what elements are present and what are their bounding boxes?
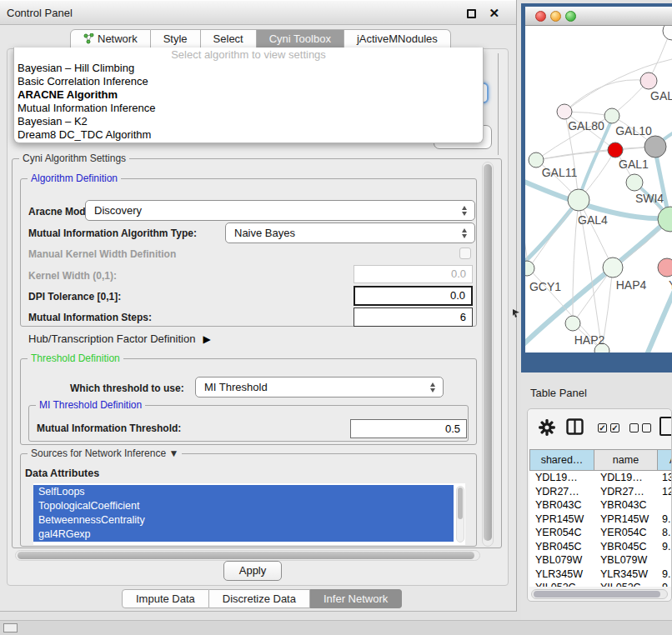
tab-jactivemnodules[interactable]: jActiveMNodules	[344, 29, 451, 48]
network-node-swi4[interactable]	[626, 174, 643, 191]
table-row[interactable]: YIL052CYIL052C9.	[529, 581, 672, 587]
network-node-gal1[interactable]	[608, 142, 623, 158]
tab-label: Network	[98, 30, 138, 48]
table-row[interactable]: YBR043CYBR043C	[529, 498, 672, 512]
table-row[interactable]: YPR145WYPR145W9.	[529, 512, 672, 527]
algorithm-option[interactable]: Bayesian – K2	[14, 115, 483, 128]
checked-boxes-icon[interactable]: ✓ ✓	[598, 423, 619, 432]
network-edge-thick[interactable]	[630, 292, 672, 352]
tab-discretize-data[interactable]: Discretize Data	[209, 589, 310, 608]
tab-style[interactable]: Style	[151, 29, 201, 48]
table-horizontal-scrollbar[interactable]	[531, 589, 668, 599]
minimize-traffic-light[interactable]	[550, 11, 561, 22]
algorithm-option[interactable]: Bayesian – Hill Climbing	[14, 62, 483, 75]
settings-group-title: Cyni Algorithm Settings	[19, 152, 129, 164]
algorithm-dropdown-popup: Select algorithm to view settings Bayesi…	[13, 48, 484, 143]
network-node-gal10[interactable]	[604, 108, 619, 123]
table-cell: YDL19…	[529, 472, 594, 483]
attribute-list-item[interactable]: BetweennessCentrality	[33, 513, 454, 528]
table-cell: YIL052C	[529, 582, 594, 587]
list-scrollbar[interactable]	[456, 486, 464, 542]
node-label: GCY1	[529, 280, 561, 293]
checkbox-empty-icon	[642, 423, 651, 432]
network-node-gal80[interactable]	[557, 104, 572, 119]
hub-definition-expander[interactable]: Hub/Transcription Factor Definition▶	[28, 332, 211, 345]
network-node-gal4[interactable]	[568, 189, 589, 211]
horizontal-scrollbar-thumb[interactable]	[18, 552, 474, 559]
tab-infer-network[interactable]: Infer Network	[310, 589, 402, 608]
close-traffic-light[interactable]	[535, 11, 546, 22]
zoom-traffic-light[interactable]	[565, 11, 576, 22]
table-cell: YBL079W	[594, 554, 658, 566]
network-node-hap4[interactable]	[603, 258, 623, 278]
mi-threshold-label: Mutual Information Threshold:	[37, 422, 181, 434]
settings-horizontal-scrollbar[interactable]	[15, 550, 480, 561]
expand-arrow-icon[interactable]: ▶	[203, 333, 210, 345]
network-node[interactable]	[663, 26, 672, 40]
groupbox-edge-fragment	[498, 53, 499, 155]
network-node[interactable]	[644, 136, 666, 158]
network-node-y[interactable]	[658, 258, 672, 277]
tab-select[interactable]: Select	[201, 29, 257, 48]
table-cell: YPR145W	[529, 513, 594, 525]
network-node-gal[interactable]	[640, 72, 657, 89]
tab-network[interactable]: Network	[70, 29, 151, 48]
close-panel-icon[interactable]: ✕	[489, 6, 499, 21]
which-threshold-select[interactable]: MI Threshold	[195, 377, 444, 398]
table-cell: 12	[658, 486, 672, 498]
tab-impute-data[interactable]: Impute Data	[122, 589, 209, 608]
gear-icon[interactable]	[538, 418, 556, 440]
table-scrollbar-thumb[interactable]	[534, 591, 660, 598]
table-row[interactable]: YER054CYER054C8.	[529, 526, 672, 540]
table-cell: 8.	[658, 527, 672, 538]
list-scrollbar-thumb[interactable]	[458, 488, 463, 519]
apply-button[interactable]: Apply	[223, 561, 282, 581]
spinner-icon	[462, 206, 467, 216]
column-header-2[interactable]: name	[594, 449, 658, 471]
sources-group-title: Sources for Network Inference ▼	[28, 448, 182, 459]
table-row[interactable]: YDR27…YDR27…12	[529, 485, 672, 499]
settings-vertical-scrollbar[interactable]	[482, 162, 494, 547]
aracne-mode-select[interactable]: Discovery	[85, 200, 475, 221]
algorithm-option[interactable]: Dream8 DC_TDC Algorithm	[14, 128, 483, 142]
mi-steps-field[interactable]: 6	[354, 308, 473, 327]
attribute-list-item[interactable]: gal4RGexp	[33, 528, 454, 542]
attribute-list-item[interactable]: TopologicalCoefficient	[33, 499, 454, 513]
sources-title-text: Sources for Network Inference	[31, 448, 166, 459]
aracne-mode-value: Discovery	[94, 204, 142, 217]
document-icon[interactable]	[659, 417, 672, 436]
kernel-width-field[interactable]: 0.0	[354, 265, 473, 283]
tab-cyni-toolbox[interactable]: Cyni Toolbox	[257, 29, 344, 48]
mi-threshold-field[interactable]: 0.5	[350, 419, 467, 438]
table-row[interactable]: YBR045CYBR045C9.	[529, 540, 672, 554]
dpi-tolerance-field[interactable]: 0.0	[354, 286, 473, 306]
manual-kernel-width-checkbox[interactable]	[459, 248, 471, 259]
column-header-3[interactable]: A	[658, 449, 672, 471]
unchecked-boxes-icon[interactable]	[629, 423, 651, 432]
network-node-hap2[interactable]	[565, 316, 580, 331]
network-graph[interactable]: GALGAL80GAL10GAL1GAL11SWI4GAL4GCY1HAP4YH…	[525, 26, 672, 352]
algorithm-option[interactable]: Mutual Information Inference	[14, 102, 483, 115]
collapse-arrow-icon[interactable]: ▼	[168, 448, 178, 459]
table-row[interactable]: YBL079WYBL079W	[529, 553, 672, 568]
panel-grip-icon[interactable]	[3, 623, 18, 632]
mi-algorithm-type-select[interactable]: Naive Bayes	[225, 222, 475, 243]
node-label: SWI4	[635, 192, 664, 205]
network-edge[interactable]	[529, 200, 579, 268]
checkbox-empty-icon	[629, 423, 639, 432]
spinner-icon	[430, 382, 435, 392]
data-attributes-list[interactable]: SelfLoopsTopologicalCoefficientBetweenne…	[33, 483, 465, 545]
network-canvas[interactable]: GALGAL80GAL10GAL1GAL11SWI4GAL4GCY1HAP4YH…	[525, 26, 672, 352]
which-threshold-label: Which threshold to use:	[70, 382, 184, 394]
algorithm-option[interactable]: Basic Correlation Inference	[14, 75, 483, 88]
vertical-scrollbar-thumb[interactable]	[484, 164, 492, 541]
column-header-1[interactable]: shared…	[529, 449, 594, 471]
algorithm-definition-title: Algorithm Definition	[28, 172, 121, 184]
attribute-list-item[interactable]: SelfLoops	[33, 485, 454, 499]
float-panel-icon[interactable]	[467, 9, 476, 18]
columns-icon[interactable]	[566, 418, 584, 438]
table-row[interactable]: YLR345WYLR345W9.	[529, 568, 672, 582]
table-panel: Table Panel ✓ ✓ shared…nameA YDL19…YDL19…	[521, 372, 672, 620]
algorithm-option[interactable]: ARACNE Algorithm	[14, 88, 483, 102]
table-row[interactable]: YDL19…YDL19…13	[529, 471, 672, 485]
